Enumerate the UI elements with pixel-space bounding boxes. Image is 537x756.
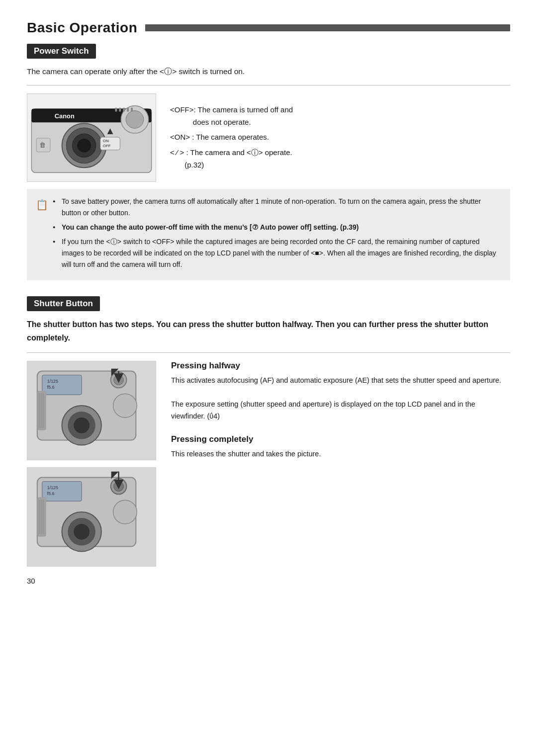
svg-text:1/125: 1/125 (47, 486, 58, 491)
power-switch-section: Power Switch The camera can operate only… (27, 39, 510, 280)
power-switch-header: Power Switch (27, 44, 96, 59)
svg-rect-18 (127, 107, 129, 111)
shutter-text-area: Pressing halfway This activates autofocu… (171, 361, 510, 567)
svg-point-33 (113, 394, 137, 418)
info-list: To save battery power, the camera turns … (53, 196, 501, 274)
svg-rect-17 (123, 107, 125, 111)
page-number: 30 (27, 577, 510, 585)
pressing-halfway-desc: This activates autofocusing (AF) and aut… (171, 375, 510, 422)
svg-point-8 (126, 110, 144, 128)
slash-label: < ∕ > : The camera and <ⓘ> operate. (p.3… (170, 147, 510, 171)
power-switch-labels: <OFF>: The camera is turned off and does… (170, 93, 510, 182)
page-title: Basic Operation (27, 20, 510, 36)
svg-point-6 (77, 139, 91, 153)
divider-top (27, 85, 510, 85)
on-label: <ON> : The camera operates. (170, 131, 510, 144)
off-label: <OFF>: The camera is turned off and does… (170, 104, 510, 129)
info-item-1: To save battery power, the camera turns … (53, 196, 501, 219)
svg-text:Canon: Canon (55, 112, 75, 120)
shutter-intro: The shutter button has two steps. You ca… (27, 318, 510, 344)
svg-rect-52 (37, 497, 46, 536)
svg-point-50 (74, 524, 90, 540)
svg-text:🗑: 🗑 (39, 141, 46, 149)
svg-rect-19 (131, 107, 133, 111)
info-box: 📋 To save battery power, the camera turn… (27, 189, 510, 281)
info-icon: 📋 (36, 197, 48, 274)
svg-text:f5.6: f5.6 (47, 385, 55, 390)
pressing-completely-desc: This releases the shutter and takes the … (171, 448, 510, 460)
power-switch-content: Canon ON OFF 🗑 (27, 93, 510, 182)
svg-rect-34 (37, 391, 46, 430)
svg-text:ON: ON (103, 139, 109, 143)
shutter-button-section: Shutter Button The shutter button has tw… (27, 291, 510, 567)
svg-point-51 (113, 500, 137, 524)
info-item-2: You can change the auto power-off time w… (53, 222, 501, 233)
svg-point-32 (74, 418, 90, 433)
divider-shutter (27, 352, 510, 353)
shutter-halfway-image: 1/125 f5.6 (27, 361, 156, 460)
shutter-images: 1/125 f5.6 (27, 361, 156, 567)
shutter-completely-image: 1/125 f5.6 (27, 467, 156, 567)
info-box-inner: 📋 To save battery power, the camera turn… (36, 196, 501, 274)
svg-text:OFF: OFF (103, 144, 111, 148)
pressing-halfway-title: Pressing halfway (171, 361, 510, 371)
shutter-button-header: Shutter Button (27, 296, 100, 311)
camera-power-image: Canon ON OFF 🗑 (27, 93, 156, 182)
svg-rect-15 (115, 107, 117, 111)
pressing-completely-title: Pressing completely (171, 434, 510, 444)
info-item-3: If you turn the <ⓘ> switch to <OFF> whil… (53, 236, 501, 270)
shutter-content: 1/125 f5.6 (27, 361, 510, 567)
svg-text:f5.6: f5.6 (47, 491, 55, 496)
title-accent-bar (145, 24, 510, 31)
svg-rect-16 (119, 107, 121, 111)
power-switch-intro: The camera can operate only after the <ⓘ… (27, 66, 510, 78)
svg-text:1/125: 1/125 (47, 379, 58, 384)
